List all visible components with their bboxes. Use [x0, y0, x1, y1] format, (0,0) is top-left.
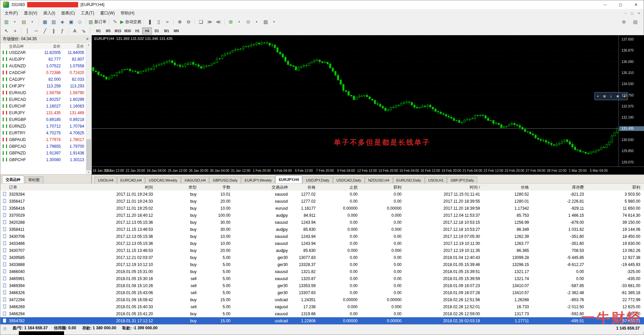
chart-tab-xagusd-h4[interactable]: XAGUSD,H4: [181, 177, 209, 183]
history-row[interactable]: 34693942018.01.08 15:10:26sell5.00ger301…: [0, 282, 644, 289]
periods-dropdown-button[interactable]: ▾: [253, 18, 261, 25]
minimize-button[interactable]: ─: [597, 0, 613, 9]
chart-tab-usdcad-daily[interactable]: USDCAD,Daily: [333, 177, 365, 183]
close-button[interactable]: ✕: [628, 0, 644, 9]
column-header-lots[interactable]: 手数: [222, 185, 230, 190]
history-row[interactable]: 33584112017.11.15 13:46:53buy30.00audjpy…: [0, 226, 644, 233]
candlestick-button[interactable]: ▯: [154, 18, 163, 25]
history-row[interactable]: 34307062017.12.13 05:15:36buy10.00xauusd…: [0, 233, 644, 240]
column-header-profit[interactable]: 获利: [632, 185, 640, 190]
market-watch-row[interactable]: EURAUD1.587581.58790: [0, 89, 86, 96]
new-chart-button[interactable]: ▥: [2, 18, 11, 25]
market-watch-tab[interactable]: 交易品种: [2, 176, 24, 183]
profiles-button[interactable]: ▤: [19, 18, 28, 25]
column-header-open-time[interactable]: 时间: [145, 185, 153, 190]
market-watch-row[interactable]: CADJPY82.00082.033: [0, 76, 86, 83]
scroll-down-icon[interactable]: ▾: [88, 171, 89, 174]
line-chart-button[interactable]: ≈: [163, 18, 172, 25]
channel-button[interactable]: ∥: [49, 27, 58, 35]
tile-windows-button[interactable]: ❏: [197, 18, 205, 25]
zoom-out-button[interactable]: ⊖: [184, 18, 193, 25]
market-watch-row[interactable]: EURGBP0.891850.89218: [0, 116, 86, 123]
price-axis[interactable]: 131.435 137.650136.870136.090135.310134.…: [619, 35, 644, 166]
menu-item-window[interactable]: 窗口(W): [97, 10, 118, 16]
alert-icon[interactable]: ●: [623, 94, 626, 98]
menu-item-help[interactable]: 帮助(H): [118, 10, 138, 16]
indicators-button[interactable]: ⊞: [226, 18, 235, 25]
menu-item-file[interactable]: 文件(F): [2, 10, 21, 16]
timeframe-mn[interactable]: MN: [171, 27, 181, 35]
history-row[interactable]: 34659912018.01.05 15:30:16sell5.00xauusd…: [0, 275, 644, 282]
chart-tab-nzdusd-h4[interactable]: NZDUSD,H4: [365, 177, 393, 183]
chart-tab-usoil-h4[interactable]: USOil,H4: [95, 177, 117, 183]
chart-tab-eurjpy-h4[interactable]: EURJPY,H4: [275, 176, 302, 183]
history-row[interactable]: 34662692018.01.05 15:40:33sell5.00xagusd…: [0, 303, 644, 310]
chart-shift-button[interactable]: ≪: [214, 18, 223, 25]
crosshair-button[interactable]: +: [11, 27, 19, 35]
autotrading-button[interactable]: ▶自动交易: [119, 18, 142, 25]
menu-item-charts[interactable]: 图表(C): [58, 10, 78, 16]
market-watch-row[interactable]: EURCHF1.160271.16063: [0, 103, 86, 110]
history-row[interactable]: 33564162017.11.01 19:25:02buy10.00eurusd…: [0, 205, 644, 212]
chart-tab-gbpusd-daily[interactable]: GBPUSD,Daily: [209, 177, 241, 183]
history-row[interactable]: 34338882017.12.19 10:12:10buy5.00ger3013…: [0, 261, 644, 268]
history-row[interactable]: 34662942018.01.05 15:41:20buy5.00xauusd1…: [0, 310, 644, 317]
favorites-icon[interactable]: ★: [616, 94, 619, 98]
market-watch-row[interactable]: CADCHF0.723860.72420: [0, 69, 86, 76]
child-restore-button[interactable]: ◻: [631, 11, 633, 15]
market-watch-button[interactable]: ▦: [41, 18, 49, 25]
chart-tab-eurusd-daily[interactable]: EURUSD,Daily: [393, 177, 425, 183]
templates-dropdown-button[interactable]: ▾: [270, 18, 279, 25]
history-row[interactable]: 35547822018.01.31 17:12:12buy15.00usdcad…: [0, 317, 644, 324]
vertical-line-button[interactable]: │: [23, 27, 32, 35]
bar-chart-button[interactable]: ❚: [146, 18, 154, 25]
candlestick-chart[interactable]: EURJPY,H4 131.369 131.532 131.346 131.43…: [92, 35, 619, 166]
metaeditor-button[interactable]: ✎: [111, 18, 119, 25]
timeframe-w1[interactable]: W1: [162, 27, 171, 35]
scroll-up-icon[interactable]: ▴: [88, 43, 89, 46]
layout-button[interactable]: ▤: [631, 18, 640, 25]
maximize-button[interactable]: ◻: [613, 0, 628, 9]
zoom-icon[interactable]: ⊕: [603, 94, 606, 98]
chart-tab-gbpjpy-daily[interactable]: GBPJPY,Daily: [447, 177, 477, 183]
history-row[interactable]: 34663262018.01.05 15:43:06sell5.00ger301…: [0, 289, 644, 296]
column-header-close-price[interactable]: 价格: [521, 185, 529, 190]
data-window-button[interactable]: ▥: [49, 18, 58, 25]
column-header-order[interactable]: 订单: [9, 185, 17, 190]
time-axis[interactable]: 18 Jan 201819 Jan 12:0022 Jan 20:0024 Ja…: [92, 166, 644, 175]
menu-item-insert[interactable]: 插入(I): [40, 10, 58, 16]
menu-item-tools[interactable]: 工具(T): [78, 10, 97, 16]
history-row[interactable]: 34395852017.12.21 02:03:37buy5.00ger3013…: [0, 254, 644, 261]
crosshair-icon[interactable]: +: [597, 94, 599, 98]
trendline-button[interactable]: ╱: [41, 27, 49, 35]
market-watch-row[interactable]: USDZAR11.8200511.84005: [0, 49, 86, 56]
history-row[interactable]: 34722942018.01.09 16:08:42buy15.00usdcad…: [0, 296, 644, 303]
market-watch-row[interactable]: GBPCHF1.300801.30113: [0, 156, 86, 163]
profiles-dropdown-button[interactable]: ▾: [28, 18, 37, 25]
market-watch-row[interactable]: AUDNZD1.075221.07558: [0, 63, 86, 69]
child-close-button[interactable]: ✕: [638, 11, 640, 15]
timeframe-m1[interactable]: M1: [94, 27, 103, 35]
history-row[interactable]: 33564172017.11.01 19:24:33buy20.00xauusd…: [0, 198, 644, 205]
new-chart-dropdown-button[interactable]: ▾: [11, 18, 19, 25]
history-row[interactable]: 34202882017.12.13 05:15:36buy30.00xauusd…: [0, 219, 644, 226]
chart-tab-eurcad-h4[interactable]: EURCAD,H4: [117, 177, 145, 183]
history-row[interactable]: 34334662017.12.13 05:15:36buy10.00xauusd…: [0, 240, 644, 247]
column-header-symbol[interactable]: 交易品种: [272, 185, 288, 190]
timeframe-m30[interactable]: M30: [123, 27, 132, 35]
strategy-tester-button[interactable]: ◇: [75, 18, 84, 25]
history-row[interactable]: 34307072017.11.15 13:46:53buy20.00audjpy…: [0, 247, 644, 254]
market-watch-row[interactable]: GBPAUD1.779741.78017: [0, 136, 86, 143]
column-header-stop-loss[interactable]: 止损: [350, 185, 358, 190]
market-watch-row[interactable]: EURCAD1.602571.60299: [0, 96, 86, 103]
timeframe-d1[interactable]: D1: [152, 27, 162, 35]
timeframe-h1[interactable]: H1: [132, 27, 142, 35]
templates-button[interactable]: ▨: [261, 18, 270, 25]
child-minimize-button[interactable]: ─: [624, 11, 627, 15]
column-header-swap[interactable]: 库存费: [572, 185, 584, 190]
cursor-button[interactable]: ↖: [2, 27, 11, 35]
terminal-button[interactable]: ▣: [67, 18, 75, 25]
market-watch-row[interactable]: GBPNZD1.913971.91436: [0, 150, 86, 156]
history-row[interactable]: 33700292017.11.20 18:40:12buy100.00audjp…: [0, 212, 644, 219]
market-watch-close-icon[interactable]: ✕: [86, 37, 89, 41]
